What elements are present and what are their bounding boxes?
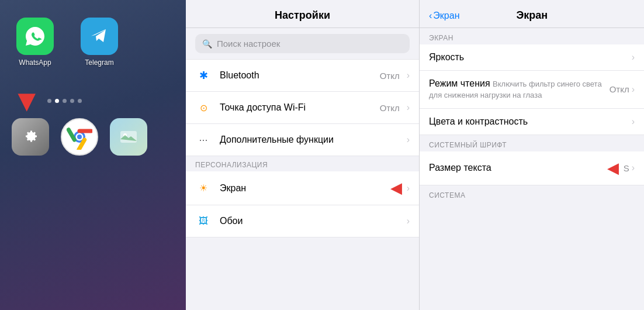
settings-header: Настройки: [186, 0, 419, 28]
reading-right: Откл ›: [610, 84, 635, 95]
red-arrow-textsize-icon: ◀: [607, 159, 619, 177]
wallpaper-row: Обои ›: [220, 216, 410, 226]
settings-item-more[interactable]: ··· Дополнительные функции ›: [186, 124, 419, 156]
display-item-colors[interactable]: Цвета и контрастность ›: [420, 109, 644, 135]
textsize-label: Размер текста: [429, 163, 491, 173]
screen-icon: ☀: [195, 180, 212, 197]
more-label: Дополнительные функции: [220, 135, 407, 145]
screen-right: ◀ ›: [390, 179, 410, 197]
dot-3: [63, 99, 67, 103]
red-arrow-screen-icon: ◀: [390, 179, 402, 197]
bluetooth-chevron: ›: [407, 70, 410, 81]
wifi-label: Точка доступа Wi-Fi: [220, 102, 380, 113]
telegram-icon: [81, 18, 118, 55]
colors-right: ›: [632, 116, 635, 127]
settings-gear-icon: [20, 126, 41, 147]
back-label: Экран: [433, 11, 459, 21]
settings-item-bluetooth[interactable]: ✱ Bluetooth Откл ›: [186, 59, 419, 92]
dot-2: [55, 99, 59, 103]
screen-content: Экран: [220, 183, 390, 194]
app-item-gallery[interactable]: [110, 118, 147, 159]
settings-panel: Настройки 🔍 Поиск настроек ✱ Bluetooth О…: [186, 0, 420, 310]
chrome-svg-icon: [67, 124, 92, 150]
bluetooth-label: Bluetooth: [220, 70, 380, 81]
brightness-label: Яркость: [429, 52, 464, 62]
display-section-font: СИСТЕМНЫЙ ШРИФТ: [420, 135, 644, 151]
wifi-content: Точка доступа Wi-Fi: [220, 102, 380, 113]
gallery-app-icon: [110, 118, 147, 156]
red-arrow-down-icon: ▼: [12, 85, 41, 116]
wallpaper-icon: 🖼: [195, 213, 212, 229]
telegram-label: Telegram: [85, 58, 113, 67]
settings-app-icon: [12, 118, 49, 156]
reading-value: Откл: [610, 84, 629, 94]
wifi-right: Откл ›: [380, 102, 410, 113]
wifi-value: Откл: [380, 103, 400, 113]
more-content: Дополнительные функции: [220, 135, 407, 145]
settings-item-wifi[interactable]: ⊙ Точка доступа Wi-Fi Откл ›: [186, 92, 419, 124]
svg-point-5: [77, 135, 82, 139]
textsize-value: S: [624, 163, 629, 173]
display-title: Экран: [464, 9, 600, 22]
colors-label: Цвета и контрастность: [429, 116, 528, 126]
app-grid-top: WhatsApp Telegram: [12, 18, 123, 67]
telegram-svg: [88, 25, 110, 47]
more-right: ›: [407, 135, 410, 145]
gallery-svg-icon: [118, 126, 139, 147]
wifi-icon: ⊙: [195, 99, 212, 116]
search-placeholder-text: Поиск настроек: [217, 39, 280, 49]
brightness-right: ›: [632, 52, 635, 63]
display-panel: ‹ Экран Экран ЭКРАН Яркость › Режим чтен…: [420, 0, 644, 310]
screen-row: Экран ◀ ›: [220, 179, 410, 197]
home-screen: WhatsApp Telegram ▼: [0, 0, 186, 310]
wifi-chevron: ›: [407, 102, 410, 113]
display-list: ЭКРАН Яркость › Режим чтения Включить фи…: [420, 28, 644, 310]
app-item-telegram[interactable]: Telegram: [76, 18, 123, 67]
brightness-chevron: ›: [632, 52, 635, 63]
colors-chevron: ›: [632, 116, 635, 127]
whatsapp-label: WhatsApp: [19, 58, 51, 67]
colors-content: Цвета и контрастность: [429, 116, 632, 127]
dot-1: [47, 99, 51, 103]
app-item-whatsapp[interactable]: WhatsApp: [12, 18, 58, 67]
textsize-chevron: ›: [632, 163, 635, 173]
bluetooth-icon: ✱: [195, 67, 212, 84]
wallpaper-chevron: ›: [407, 216, 410, 226]
display-item-reading[interactable]: Режим чтения Включить фильтр синего свет…: [420, 71, 644, 109]
settings-item-screen[interactable]: ☀ Экран ◀ ›: [186, 171, 419, 205]
settings-search-bar[interactable]: 🔍 Поиск настроек: [195, 34, 410, 53]
page-dots: [47, 99, 82, 103]
search-icon: 🔍: [202, 39, 212, 49]
chrome-app-icon: [61, 118, 98, 156]
reading-chevron: ›: [632, 84, 635, 95]
display-header: ‹ Экран Экран: [420, 0, 644, 28]
back-chevron-icon: ‹: [429, 11, 432, 21]
whatsapp-icon: [16, 18, 54, 55]
back-button[interactable]: ‹ Экран: [429, 11, 459, 21]
app-item-settings[interactable]: [12, 118, 49, 159]
app-item-chrome[interactable]: [61, 118, 98, 159]
screen-label: Экран: [220, 183, 390, 194]
settings-title: Настройки: [275, 9, 330, 21]
dot-4: [70, 99, 74, 103]
display-section-ekran: ЭКРАН: [420, 28, 644, 44]
home-middle-section: ▼: [12, 76, 174, 116]
reading-label: Режим чтения: [429, 78, 490, 88]
display-item-textsize[interactable]: Размер текста ◀ S ›: [420, 151, 644, 185]
display-section-system: СИСТЕМА: [420, 185, 644, 202]
textsize-content: Размер текста: [429, 163, 607, 173]
wallpaper-content: Обои: [220, 216, 407, 226]
svg-rect-6: [120, 131, 137, 143]
bluetooth-row: Bluetooth Откл ›: [220, 70, 410, 81]
reading-content: Режим чтения Включить фильтр синего свет…: [429, 78, 610, 101]
wallpaper-right: ›: [407, 216, 410, 226]
whatsapp-svg: [24, 25, 46, 47]
dot-5: [78, 99, 82, 103]
more-row: Дополнительные функции ›: [220, 135, 410, 145]
display-item-brightness[interactable]: Яркость ›: [420, 44, 644, 71]
bluetooth-value: Откл: [380, 71, 400, 81]
brightness-content: Яркость: [429, 52, 632, 63]
settings-item-wallpaper[interactable]: 🖼 Обои ›: [186, 205, 419, 237]
wallpaper-label: Обои: [220, 216, 407, 226]
more-chevron: ›: [407, 135, 410, 145]
